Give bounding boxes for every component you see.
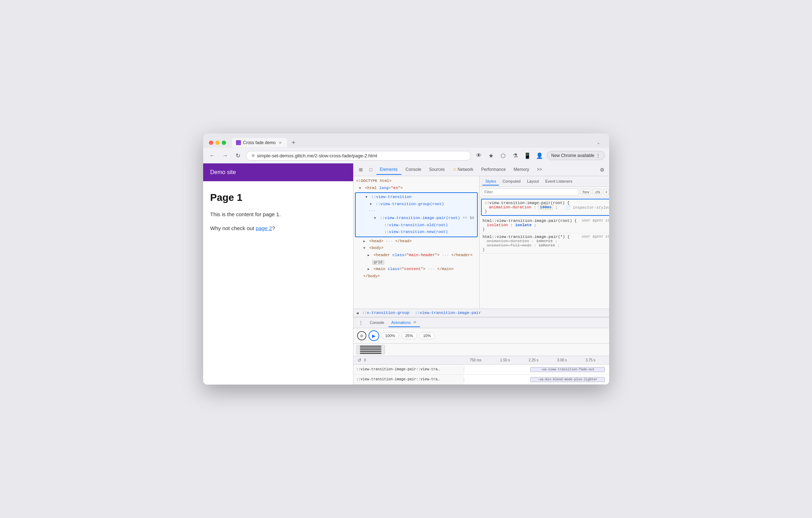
anim-bar-2: -ua-mix-blend-mode-plus-lighter	[530, 377, 605, 382]
html-body-close: </body>	[354, 273, 480, 280]
lab-icon[interactable]: ⚗	[510, 151, 520, 161]
tab-bottom-console[interactable]: Console	[367, 319, 387, 327]
main-area: Demo site Page 1 This is the content for…	[203, 163, 609, 385]
elements-styles-split: <!DOCTYPE html> ▼ <html lang="en"> ▼ ::	[354, 176, 609, 309]
view-transition-new-node[interactable]: ::view-transition-new(root)	[356, 229, 477, 236]
demo-site-content: Page 1 This is the content for page 1. W…	[203, 181, 353, 249]
tab-bottom-animations[interactable]: Animations ✕	[389, 319, 420, 327]
replay-button[interactable]: ↺	[356, 357, 363, 364]
demo-p2-prefix: Why not check out	[210, 225, 256, 231]
tab-computed[interactable]: Computed	[500, 178, 523, 186]
device-toolbar-button[interactable]: □	[366, 165, 376, 174]
animation-speed-10[interactable]: 10%	[419, 332, 435, 339]
view-transition-old-node[interactable]: ::view-transition-old(root)	[356, 222, 477, 229]
extensions-icon[interactable]: ⬡	[498, 151, 508, 161]
html-body-open[interactable]: ▼ <body>	[354, 245, 480, 252]
view-transition-node[interactable]: ▼ ::view-transition	[356, 194, 477, 201]
ellipsis-node: ···	[356, 208, 477, 215]
back-button[interactable]: ←	[207, 151, 217, 161]
thumb-line-1	[360, 346, 381, 347]
breadcrumb-item-2[interactable]: ::view-transition-image-pair	[413, 310, 483, 315]
styles-tabs: Styles Computed Layout Event Listeners >…	[480, 176, 609, 187]
html-doctype: <!DOCTYPE html>	[354, 178, 480, 185]
demo-page-heading: Page 1	[210, 192, 346, 203]
mark-750ms: 750 ms	[470, 358, 482, 362]
style-close-brace-1: }	[485, 209, 609, 214]
tab-layout[interactable]: Layout	[524, 178, 542, 186]
style-selector-ua-1: html::view-transition-image-pair(root) {…	[482, 219, 609, 223]
hov-button[interactable]: :hov	[580, 189, 591, 195]
tab-network[interactable]: ⚠ Network	[449, 165, 477, 175]
html-head-tag[interactable]: ▶ <head> ··· </head>	[354, 238, 480, 245]
tab-event-listeners[interactable]: Event Listeners	[542, 178, 575, 186]
tab-close-button[interactable]: ✕	[278, 140, 283, 145]
address-bar[interactable]: ⊕ simple-set-demos.glitch.me/2-slow-cros…	[246, 151, 471, 161]
anim-row-2-label: ::view-transition-image-pair::view-tra…	[354, 377, 464, 381]
new-tab-button[interactable]: +	[289, 138, 299, 148]
inspect-element-button[interactable]: ⊞	[356, 165, 366, 174]
breadcrumb-prev[interactable]: ◀	[356, 311, 359, 315]
tab-elements[interactable]: Elements	[376, 165, 401, 175]
minimize-window-button[interactable]	[215, 141, 220, 145]
animations-tab-close[interactable]: ✕	[412, 320, 417, 325]
bookmark-icon[interactable]: ★	[486, 151, 496, 161]
devtools-body: <!DOCTYPE html> ▼ <html lang="en"> ▼ ::	[354, 176, 609, 385]
breadcrumb-item-1[interactable]: ::v-transition-group	[360, 310, 411, 315]
animation-row-2: ::view-transition-image-pair::view-tra… …	[354, 375, 609, 385]
new-chrome-button[interactable]: New Chrome available ⋮	[547, 151, 605, 160]
animation-speed-100[interactable]: 100%	[381, 332, 399, 339]
timeline-ruler-left: ↺ 0	[356, 357, 467, 364]
reload-button[interactable]: ↻	[233, 151, 243, 161]
tab-sources[interactable]: Sources	[426, 165, 448, 175]
style-property-isolation: isolation : isolate ;	[482, 223, 609, 227]
styles-filter-input[interactable]	[482, 188, 578, 195]
tab-styles[interactable]: Styles	[482, 178, 499, 186]
breadcrumb-bar: ◀ ::v-transition-group ::view-transition…	[354, 309, 609, 317]
anim-row-1-label: ::view-transition-image-pair::view-tra…	[354, 367, 464, 371]
style-close-brace-3: }	[482, 248, 609, 252]
maximize-window-button[interactable]	[222, 141, 226, 145]
demo-paragraph-1: This is the content for page 1.	[210, 210, 346, 219]
account-icon[interactable]: 👤	[535, 151, 545, 161]
devtools-panel: ⊞ □ Elements Console Sources ⚠ Network P…	[353, 163, 609, 385]
phone-icon[interactable]: 📱	[522, 151, 532, 161]
timeline-ruler: ↺ 0 750 ms 1.50 s 2.25 s 3.00 s 3.75 s 4…	[354, 356, 609, 365]
tab-performance[interactable]: Performance	[478, 165, 510, 175]
forward-button[interactable]: →	[220, 151, 230, 161]
browser-tab[interactable]: Cross fade demo ✕	[232, 138, 287, 147]
navigation-bar: ← → ↻ ⊕ simple-set-demos.glitch.me/2-slo…	[203, 148, 609, 163]
tab-favicon	[236, 140, 241, 145]
close-window-button[interactable]	[209, 141, 213, 145]
animation-pause-button[interactable]: ⊘	[357, 331, 366, 340]
eye-off-icon[interactable]: 👁	[474, 151, 484, 161]
bottom-more-button[interactable]: ⋮	[356, 318, 366, 327]
tab-console[interactable]: Console	[402, 165, 425, 175]
animation-controls: ⊘ ▶ 100% 25% 10%	[354, 328, 609, 344]
tab-overflow-button[interactable]: ⌄	[593, 138, 603, 148]
animation-speed-25[interactable]: 25%	[401, 332, 417, 339]
bottom-panel: ⋮ Console Animations ✕ ✕	[354, 317, 609, 385]
mark-2-25s: 2.25 s	[529, 358, 538, 362]
mark-1-50s: 1.50 s	[500, 358, 510, 362]
devtools-tabs: ⊞ □ Elements Console Sources ⚠ Network P…	[354, 163, 609, 176]
tab-title: Cross fade demo	[243, 140, 276, 145]
styles-panel: Styles Computed Layout Event Listeners >…	[480, 176, 609, 309]
style-block-inspector: ::view-transition-image-pair(root) { 📄 i…	[481, 199, 609, 216]
add-style-button[interactable]: +	[603, 189, 609, 195]
thumbnail-lines	[360, 346, 381, 354]
cls-button[interactable]: .cls	[592, 189, 602, 195]
view-transition-image-pair-node[interactable]: ▼ ::view-transition-image-pair(root) == …	[356, 215, 477, 222]
tab-memory[interactable]: Memory	[510, 165, 532, 175]
security-icon: ⊕	[251, 153, 255, 158]
tab-more[interactable]: >>	[533, 165, 546, 175]
devtools-settings-button[interactable]: ⚙	[597, 165, 607, 174]
animation-play-button[interactable]: ▶	[369, 330, 379, 341]
view-transition-group-node[interactable]: ▼ ::view-transition-group(root)	[356, 201, 477, 208]
devtools-more-button[interactable]: ⋮	[607, 165, 609, 174]
demo-page2-link[interactable]: page 2	[256, 225, 272, 231]
tab-bar: Cross fade demo ✕ + ⌄	[232, 138, 603, 148]
anim-row-2-track: -ua-mix-blend-mode-plus-lighter	[464, 375, 609, 384]
html-header-tag[interactable]: ▶ <header class="main-header"> ··· </hea…	[354, 252, 480, 259]
html-main-tag[interactable]: ▶ <main class="content"> ··· </main>	[354, 266, 480, 273]
thumb-line-5	[360, 353, 381, 354]
